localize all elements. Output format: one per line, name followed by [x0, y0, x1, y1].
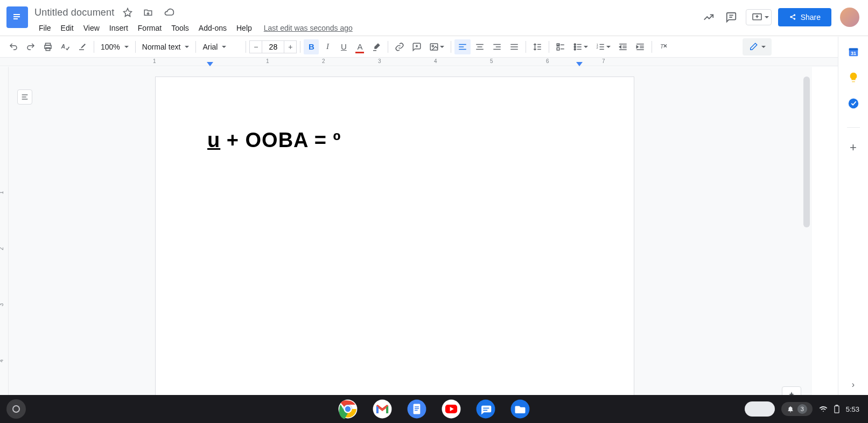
- svg-rect-79: [836, 405, 837, 406]
- chevron-down-icon: [584, 46, 588, 48]
- document-title[interactable]: Untitled document: [34, 7, 114, 18]
- side-panel-separator: [847, 127, 860, 128]
- svg-point-13: [432, 45, 434, 47]
- battery-icon[interactable]: [834, 405, 839, 413]
- keep-icon[interactable]: [847, 71, 860, 84]
- undo-button[interactable]: [5, 39, 22, 54]
- redo-button[interactable]: [23, 39, 39, 54]
- font-size-decrease[interactable]: −: [249, 40, 262, 53]
- toolbar-separator: [135, 41, 136, 53]
- bulleted-list-button[interactable]: [570, 39, 591, 54]
- insert-comment-button[interactable]: [409, 39, 425, 54]
- checklist-button[interactable]: [552, 39, 569, 54]
- increase-indent-button[interactable]: [632, 39, 648, 54]
- chrome-icon[interactable]: [337, 398, 359, 420]
- bold-button[interactable]: B: [304, 39, 319, 54]
- insert-image-button[interactable]: [426, 39, 447, 54]
- hide-side-panel-button[interactable]: ›: [852, 380, 855, 390]
- svg-rect-31: [557, 47, 560, 50]
- decrease-indent-button[interactable]: [615, 39, 631, 54]
- comments-icon[interactable]: [723, 9, 739, 25]
- right-indent-marker[interactable]: [576, 62, 583, 66]
- font-size-input[interactable]: [262, 40, 284, 53]
- horizontal-ruler[interactable]: 1 1 2 3 4 5 6 7: [0, 58, 868, 66]
- font-select[interactable]: Arial: [199, 40, 242, 53]
- notifications-button[interactable]: 3: [781, 402, 813, 416]
- font-size-increase[interactable]: +: [284, 40, 297, 53]
- cloud-status-icon[interactable]: [162, 5, 177, 20]
- document-page[interactable]: u + OOBA = º: [155, 77, 634, 423]
- toolbar-separator: [246, 41, 246, 53]
- toolbar: A 100% Normal text Arial − + B I U A 12 …: [0, 36, 868, 58]
- share-label: Share: [801, 13, 821, 22]
- highlight-button[interactable]: [368, 39, 384, 54]
- menu-edit[interactable]: Edit: [57, 22, 78, 34]
- svg-rect-71: [415, 410, 418, 411]
- text-plain: + OOBA = º: [220, 129, 341, 151]
- calendar-icon[interactable]: 31: [847, 45, 860, 58]
- text-color-button[interactable]: A: [352, 39, 367, 54]
- document-content[interactable]: u + OOBA = º: [207, 129, 582, 152]
- svg-rect-69: [415, 406, 419, 407]
- italic-button[interactable]: I: [320, 39, 335, 54]
- youtube-icon[interactable]: [440, 398, 462, 420]
- clock[interactable]: 5:53: [846, 405, 859, 413]
- toolbar-separator: [300, 41, 300, 53]
- ruler-mark: 6: [546, 58, 549, 64]
- last-edit-link[interactable]: Last edit was seconds ago: [264, 24, 353, 32]
- zoom-value: 100%: [101, 43, 120, 51]
- menu-file[interactable]: File: [34, 22, 55, 34]
- docs-dock-icon[interactable]: [406, 398, 428, 420]
- account-avatar[interactable]: [840, 8, 859, 27]
- notification-count: 3: [797, 404, 807, 414]
- share-button[interactable]: Share: [778, 8, 831, 26]
- gmail-icon[interactable]: [372, 398, 393, 420]
- document-outline-button[interactable]: [17, 89, 32, 105]
- spellcheck-button[interactable]: A: [57, 39, 73, 54]
- clear-formatting-button[interactable]: T: [655, 39, 671, 54]
- left-indent-marker[interactable]: [207, 62, 213, 66]
- weather-widget[interactable]: [745, 401, 775, 417]
- paint-format-button[interactable]: [74, 39, 90, 54]
- menu-tools[interactable]: Tools: [167, 22, 193, 34]
- add-addon-button[interactable]: +: [850, 141, 857, 155]
- line-spacing-button[interactable]: [529, 39, 545, 54]
- svg-point-61: [848, 99, 858, 108]
- style-select[interactable]: Normal text: [139, 40, 193, 53]
- style-value: Normal text: [142, 43, 181, 51]
- align-right-button[interactable]: [489, 39, 505, 54]
- align-left-button[interactable]: [454, 39, 471, 54]
- move-icon[interactable]: [141, 5, 155, 19]
- activity-icon[interactable]: [701, 9, 717, 25]
- present-button[interactable]: [746, 9, 772, 25]
- print-button[interactable]: [40, 39, 56, 54]
- scrollbar-thumb[interactable]: [803, 77, 810, 227]
- star-icon[interactable]: [121, 5, 135, 19]
- menu-help[interactable]: Help: [232, 22, 256, 34]
- zoom-select[interactable]: 100%: [97, 40, 132, 53]
- svg-text:A: A: [61, 43, 66, 50]
- underline-button[interactable]: U: [336, 39, 351, 54]
- files-icon[interactable]: [509, 398, 531, 420]
- insert-link-button[interactable]: [391, 39, 408, 54]
- toolbar-separator: [94, 41, 94, 53]
- toolbar-separator: [549, 41, 549, 53]
- menu-format[interactable]: Format: [134, 22, 166, 34]
- wifi-icon[interactable]: [819, 405, 828, 413]
- chevron-down-icon: [606, 46, 611, 48]
- menu-addons[interactable]: Add-ons: [194, 22, 231, 34]
- docs-logo-icon[interactable]: [6, 6, 28, 28]
- editing-mode-button[interactable]: [743, 38, 772, 56]
- numbered-list-button[interactable]: 12: [592, 39, 614, 54]
- chevron-down-icon: [765, 16, 769, 18]
- menu-insert[interactable]: Insert: [105, 22, 132, 34]
- vertical-ruler[interactable]: 1 2 3 4: [0, 67, 9, 423]
- svg-rect-0: [13, 14, 20, 15]
- messages-icon[interactable]: [475, 398, 496, 420]
- launcher-button[interactable]: [6, 399, 26, 419]
- tasks-icon[interactable]: [847, 97, 860, 110]
- align-center-button[interactable]: [472, 39, 488, 54]
- svg-text:31: 31: [850, 51, 856, 56]
- menu-view[interactable]: View: [79, 22, 104, 34]
- align-justify-button[interactable]: [506, 39, 522, 54]
